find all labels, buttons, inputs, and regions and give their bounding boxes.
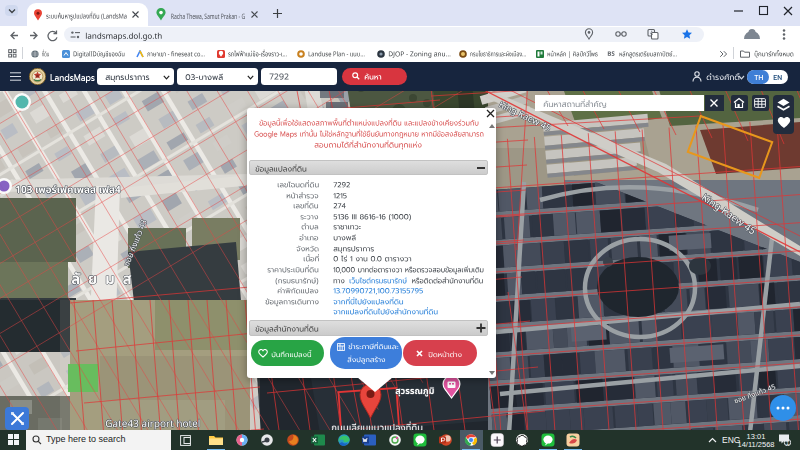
svg-text:1: 1 <box>786 440 789 446</box>
